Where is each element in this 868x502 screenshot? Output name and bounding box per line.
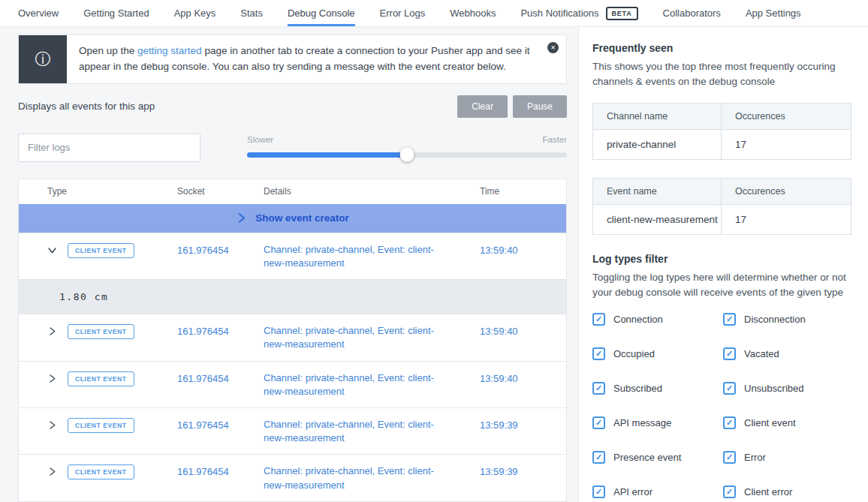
event-name-cell: client-new-measurement: [593, 205, 721, 234]
checkbox-client-event[interactable]: ✓ Client event: [723, 416, 851, 429]
slider-handle[interactable]: [400, 148, 414, 162]
nav-tab-getting-started[interactable]: Getting Started: [83, 0, 149, 26]
nav-tab-stats[interactable]: Stats: [240, 0, 263, 26]
event-log-table: Type Socket Details Time Show event crea…: [18, 179, 567, 502]
chevron-down-icon[interactable]: [47, 245, 57, 255]
time-link[interactable]: 13:59:39: [480, 419, 518, 432]
channel-name-header: Channel name: [593, 104, 721, 129]
event-name-header: Event name: [593, 179, 721, 204]
nav-tab-app-keys[interactable]: App Keys: [174, 0, 216, 26]
log-types-filter-title: Log types filter: [592, 253, 851, 265]
log-row[interactable]: CLIENT EVENT 161.976454 Channel: private…: [19, 233, 566, 279]
log-table-header: Type Socket Details Time: [19, 179, 566, 204]
time-link[interactable]: 13:59:40: [480, 325, 518, 338]
socket-link[interactable]: 161.976454: [177, 325, 229, 338]
checkbox-disconnection[interactable]: ✓ Disconnection: [723, 313, 851, 326]
chevron-right-icon: [236, 212, 247, 224]
event-type-badge: CLIENT EVENT: [68, 243, 134, 258]
log-row[interactable]: CLIENT EVENT 161.976454 Channel: private…: [19, 361, 566, 407]
checkbox-icon[interactable]: ✓: [723, 382, 736, 395]
header-details: Details: [235, 186, 451, 197]
checkbox-subscribed[interactable]: ✓ Subscribed: [592, 382, 723, 395]
log-row[interactable]: CLIENT EVENT 161.976454 Channel: private…: [19, 407, 566, 454]
event-type-badge: CLIENT EVENT: [68, 418, 134, 433]
checkbox-icon[interactable]: ✓: [592, 485, 605, 498]
getting-started-link[interactable]: getting started: [137, 45, 202, 56]
filter-row: Slower Faster: [18, 134, 567, 162]
log-row[interactable]: CLIENT EVENT 161.976454 Channel: private…: [19, 314, 566, 360]
time-link[interactable]: 13:59:40: [480, 244, 518, 257]
details-link[interactable]: Channel: private-channel, Event: client-…: [264, 418, 441, 445]
pause-button[interactable]: Pause: [513, 95, 567, 118]
nav-tab-overview[interactable]: Overview: [18, 0, 59, 26]
faster-label: Faster: [542, 135, 567, 144]
checkbox-vacated[interactable]: ✓ Vacated: [723, 347, 851, 360]
checkbox-icon[interactable]: ✓: [592, 382, 605, 395]
chevron-right-icon[interactable]: [47, 467, 57, 476]
checkbox-client-error[interactable]: ✓ Client error: [723, 485, 851, 498]
checkbox-api-error[interactable]: ✓ API error: [592, 485, 723, 498]
chevron-right-icon[interactable]: [47, 374, 57, 383]
checkbox-occupied[interactable]: ✓ Occupied: [592, 347, 723, 360]
show-event-creator-button[interactable]: Show event creator: [19, 204, 566, 233]
event-type-badge: CLIENT EVENT: [68, 324, 134, 339]
info-banner-text: Open up the getting started page in anot…: [67, 35, 566, 83]
top-nav: Overview Getting Started App Keys Stats …: [0, 0, 868, 27]
checkbox-icon[interactable]: ✓: [592, 313, 605, 326]
header-socket: Socket: [149, 186, 235, 197]
close-icon[interactable]: ✕: [547, 42, 559, 53]
pusher-debug-console-page: Overview Getting Started App Keys Stats …: [0, 0, 868, 502]
nav-tab-push-notifications-label: Push Notifications: [520, 8, 598, 19]
checkbox-presence-event[interactable]: ✓ Presence event: [592, 451, 723, 464]
time-link[interactable]: 13:59:39: [480, 465, 518, 479]
nav-tab-error-logs[interactable]: Error Logs: [380, 0, 426, 26]
log-row[interactable]: CLIENT EVENT 161.976454 Channel: private…: [19, 454, 566, 500]
checkbox-icon[interactable]: ✓: [723, 347, 736, 360]
frequently-seen-description: This shows you the top three most freque…: [592, 59, 851, 90]
event-type-badge: CLIENT EVENT: [68, 371, 134, 386]
debug-console-main: ⓘ Open up the getting started page in an…: [0, 27, 578, 502]
checkbox-error[interactable]: ✓ Error: [723, 451, 851, 464]
filter-logs-input[interactable]: [18, 134, 200, 162]
slider-track[interactable]: [247, 152, 567, 158]
chevron-right-icon[interactable]: [47, 420, 57, 430]
nav-tab-app-settings[interactable]: App Settings: [746, 0, 801, 26]
checkbox-api-message[interactable]: ✓ API message: [592, 416, 723, 429]
details-link[interactable]: Channel: private-channel, Event: client-…: [264, 464, 441, 491]
nav-tab-collaborators[interactable]: Collaborators: [663, 0, 721, 26]
chevron-right-icon[interactable]: [47, 326, 57, 336]
beta-badge: BETA: [606, 7, 638, 20]
socket-link[interactable]: 161.976454: [177, 465, 229, 479]
socket-link[interactable]: 161.976454: [177, 419, 229, 432]
checkbox-unsubscribed[interactable]: ✓ Unsubscribed: [723, 382, 851, 395]
details-link[interactable]: Channel: private-channel, Event: client-…: [264, 371, 441, 398]
show-event-creator-label: Show event creator: [255, 212, 349, 224]
table-row: private-channel 17: [593, 130, 851, 159]
checkbox-icon[interactable]: ✓: [723, 485, 736, 498]
socket-link[interactable]: 161.976454: [177, 244, 229, 257]
details-link[interactable]: Channel: private-channel, Event: client-…: [264, 324, 441, 351]
clear-button[interactable]: Clear: [457, 95, 508, 118]
event-payload: 1.80 cm: [19, 279, 566, 314]
checkbox-icon[interactable]: ✓: [592, 347, 605, 360]
checkbox-icon[interactable]: ✓: [592, 451, 605, 464]
nav-tab-webhooks[interactable]: Webhooks: [450, 0, 496, 26]
checkbox-icon[interactable]: ✓: [723, 313, 736, 326]
checkbox-icon[interactable]: ✓: [723, 451, 736, 464]
details-link[interactable]: Channel: private-channel, Event: client-…: [264, 243, 441, 270]
socket-link[interactable]: 161.976454: [177, 372, 229, 386]
events-caption: Displays all events for this app: [18, 101, 155, 112]
frequently-seen-title: Frequently seen: [592, 42, 851, 54]
nav-tab-push-notifications[interactable]: Push Notifications BETA: [520, 0, 637, 26]
occurences-cell: 17: [721, 130, 851, 159]
toolbar: Displays all events for this app Clear P…: [18, 95, 567, 118]
table-row: client-new-measurement 17: [593, 205, 851, 234]
occurences-header: Occurences: [721, 179, 851, 204]
checkbox-connection[interactable]: ✓ Connection: [592, 313, 723, 326]
nav-tab-debug-console[interactable]: Debug Console: [288, 0, 355, 26]
occurences-header: Occurences: [721, 104, 851, 129]
checkbox-icon[interactable]: ✓: [723, 416, 736, 429]
checkbox-icon[interactable]: ✓: [592, 416, 605, 429]
time-link[interactable]: 13:59:40: [480, 372, 518, 386]
header-time: Time: [451, 186, 566, 197]
